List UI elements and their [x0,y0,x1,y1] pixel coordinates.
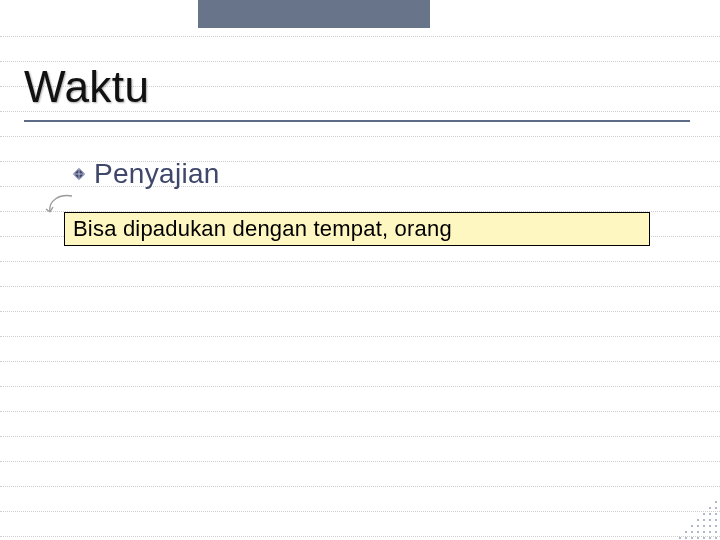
svg-point-15 [709,531,711,533]
svg-point-7 [715,519,717,521]
svg-point-12 [709,513,711,515]
svg-point-16 [709,537,711,539]
grid-line [0,436,720,437]
svg-point-9 [715,531,717,533]
note-box: Bisa dipadukan dengan tempat, orang [64,212,650,246]
svg-point-11 [709,507,711,509]
svg-point-23 [697,525,699,527]
note-text: Bisa dipadukan dengan tempat, orang [73,216,452,242]
grid-line [0,311,720,312]
svg-point-5 [715,507,717,509]
svg-point-27 [691,531,693,533]
grid-line [0,136,720,137]
svg-point-30 [685,537,687,539]
grid-line [0,461,720,462]
svg-point-24 [697,531,699,533]
diamond-bullet-icon [72,167,86,181]
svg-point-6 [715,513,717,515]
grid-line [0,261,720,262]
svg-point-8 [715,525,717,527]
grid-line [0,386,720,387]
slide-title: Waktu [24,62,690,112]
grid-line [0,411,720,412]
svg-point-22 [697,519,699,521]
grid-line [0,336,720,337]
header-accent-box [198,0,430,28]
grid-line [0,511,720,512]
grid-line [0,361,720,362]
corner-accent-icon [676,496,720,540]
grid-line [0,536,720,537]
title-underline [24,120,690,122]
svg-point-29 [685,531,687,533]
bullet-label: Penyajian [94,158,220,190]
svg-point-31 [679,537,681,539]
svg-point-21 [703,537,705,539]
grid-line [0,286,720,287]
bullet-item: Penyajian [72,158,220,190]
svg-point-20 [703,531,705,533]
svg-point-10 [715,537,717,539]
grid-line [0,486,720,487]
svg-point-14 [709,525,711,527]
grid-line [0,36,720,37]
svg-point-18 [703,519,705,521]
svg-point-28 [691,537,693,539]
svg-point-4 [715,501,717,503]
svg-point-26 [691,525,693,527]
svg-point-19 [703,525,705,527]
svg-point-25 [697,537,699,539]
title-block: Waktu [24,62,690,122]
svg-point-17 [703,513,705,515]
svg-point-13 [709,519,711,521]
